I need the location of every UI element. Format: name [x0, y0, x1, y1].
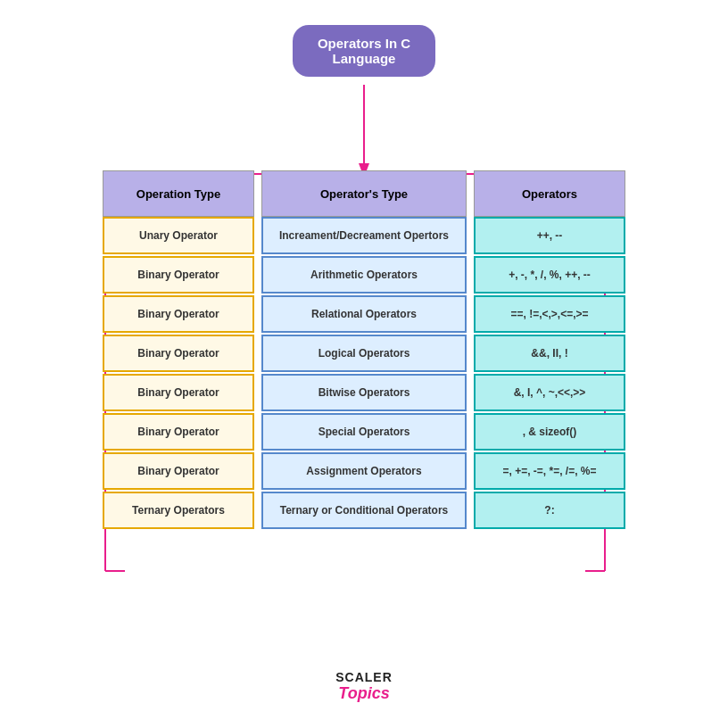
operation-cell-6: Binary Operator [103, 452, 254, 490]
type-cell-5: Special Operators [261, 413, 467, 451]
operators-cell-1: +, -, *, /, %, ++, -- [474, 256, 625, 294]
type-cell-0: Increament/Decreament Opertors [261, 217, 467, 254]
type-cell-6: Assignment Operators [261, 452, 467, 490]
scaler-logo: SCALER Topics [335, 670, 393, 703]
col-operation: Unary OperatorBinary OperatorBinary Oper… [103, 217, 254, 531]
operators-cell-3: &&, II, ! [474, 335, 625, 372]
table-area: Unary OperatorBinary OperatorBinary Oper… [103, 217, 625, 531]
col-operators: ++, --+, -, *, /, %, ++, --==, !=,<,>,<=… [474, 217, 625, 531]
logo-topics-text: Topics [335, 684, 393, 703]
headers-row: Operation Type Operator's Type Operators [103, 170, 625, 217]
operation-cell-5: Binary Operator [103, 413, 254, 451]
operation-cell-3: Binary Operator [103, 335, 254, 372]
col-type: Increament/Decreament OpertorsArithmetic… [261, 217, 467, 531]
type-cell-7: Ternary or Conditional Operators [261, 492, 467, 529]
type-cell-2: Relational Operators [261, 295, 467, 333]
operation-cell-2: Binary Operator [103, 295, 254, 333]
operation-cell-4: Binary Operator [103, 374, 254, 411]
type-cell-3: Logical Operators [261, 335, 467, 372]
header-operators: Operators [474, 170, 625, 217]
header-operation-type: Operation Type [103, 170, 254, 217]
operators-cell-0: ++, -- [474, 217, 625, 254]
operation-cell-1: Binary Operator [103, 256, 254, 294]
operation-cell-7: Ternary Operators [103, 492, 254, 529]
operators-cell-6: =, +=, -=, *=, /=, %= [474, 452, 625, 490]
operators-cell-4: &, I, ^, ~,<<,>> [474, 374, 625, 411]
operators-cell-2: ==, !=,<,>,<=,>= [474, 295, 625, 333]
operators-cell-7: ?: [474, 492, 625, 529]
header-operators-type: Operator's Type [261, 170, 467, 217]
type-cell-4: Bitwise Operators [261, 374, 467, 411]
logo-scaler-text: SCALER [335, 670, 393, 684]
operators-cell-5: , & sizeof() [474, 413, 625, 451]
root-node: Operators In C Language [293, 25, 435, 77]
type-cell-1: Arithmetic Operators [261, 256, 467, 294]
operation-cell-0: Unary Operator [103, 217, 254, 254]
